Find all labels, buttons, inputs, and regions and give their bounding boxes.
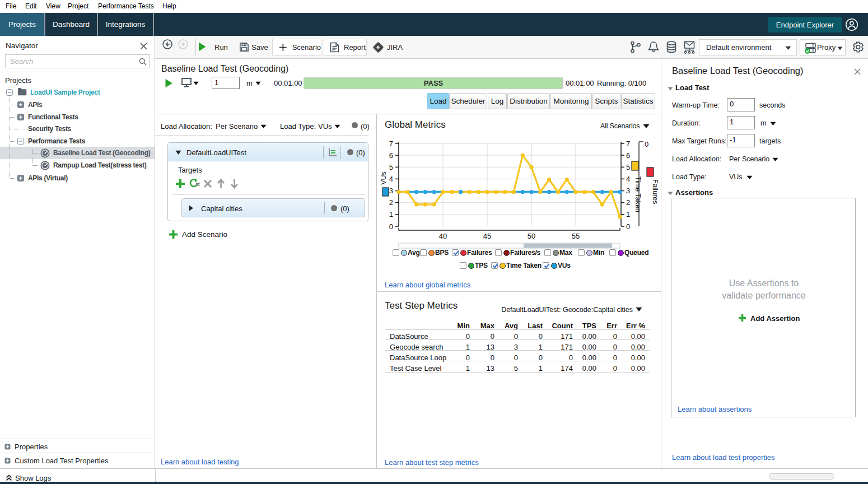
svg-text:1: 1 (626, 210, 630, 218)
svg-text:4: 4 (626, 175, 630, 183)
svg-text:7: 7 (626, 139, 630, 148)
svg-text:50: 50 (528, 232, 535, 240)
svg-text:1: 1 (389, 210, 393, 218)
svg-text:0: 0 (389, 222, 393, 231)
svg-text:3: 3 (389, 187, 393, 195)
svg-text:5: 5 (626, 163, 630, 171)
svg-text:Failures: Failures (651, 179, 659, 204)
svg-text:4: 4 (389, 175, 393, 183)
svg-text:2: 2 (626, 198, 630, 207)
svg-text:0: 0 (626, 222, 630, 231)
svg-text:7: 7 (389, 139, 393, 148)
svg-text:45: 45 (483, 232, 491, 240)
svg-text:VUs: VUs (380, 171, 388, 185)
svg-text:40: 40 (439, 232, 447, 240)
svg-text:2: 2 (389, 198, 393, 207)
svg-text:Time Taken: Time Taken (634, 176, 642, 212)
svg-text:55: 55 (572, 232, 580, 240)
svg-text:5: 5 (389, 163, 393, 171)
svg-text:0: 0 (645, 140, 648, 148)
svg-text:6: 6 (389, 151, 393, 160)
svg-text:3: 3 (626, 187, 630, 195)
svg-text:6: 6 (626, 151, 630, 160)
